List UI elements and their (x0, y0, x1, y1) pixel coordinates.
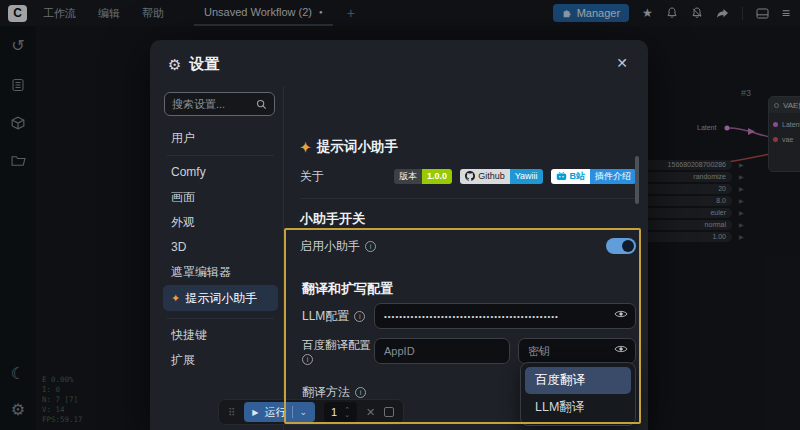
settings-nav-shortcuts[interactable]: 快捷键 (163, 323, 278, 348)
section-divider (300, 198, 636, 199)
settings-nav-comfy[interactable]: Comfy (163, 160, 278, 185)
search-icon (256, 99, 267, 110)
close-icon[interactable]: ✕ (616, 55, 628, 71)
info-icon[interactable]: i (354, 311, 365, 322)
method-label: 翻译方法 (302, 384, 350, 401)
nav-divider (167, 155, 274, 156)
app-window: #3 Latent 156680208700286 randomize 20 8… (0, 0, 800, 430)
clear-queue-icon[interactable]: ✕ (366, 406, 375, 419)
github-badge[interactable]: Github Yawiii (460, 169, 542, 184)
settings-nav-prompt-assistant[interactable]: ✦ 提示词小助手 (163, 285, 278, 311)
settings-nav-canvas[interactable]: 画面 (163, 185, 278, 210)
step-down-icon[interactable]: ⌄ (344, 412, 350, 417)
llm-config-label: LLM配置 (302, 308, 349, 325)
sparkle-icon: ✦ (300, 140, 311, 155)
settings-nav-mask-editor[interactable]: 遮罩编辑器 (163, 260, 278, 285)
drag-handle-icon[interactable]: ⠿ (228, 407, 235, 418)
settings-search[interactable] (164, 92, 275, 116)
bilibili-tv-icon (556, 171, 567, 181)
stop-icon[interactable] (384, 407, 394, 417)
bilibili-badge[interactable]: B站 插件介绍 (551, 169, 637, 184)
eye-icon[interactable] (614, 309, 628, 319)
settings-nav-extensions[interactable]: 扩展 (163, 348, 278, 373)
dialog-title: 设置 (189, 55, 219, 74)
baidu-config-label: 百度翻译配置 (302, 339, 371, 351)
config-section-title: 翻译和扩写配置 (302, 280, 393, 298)
sparkle-icon: ✦ (171, 285, 180, 311)
llm-config-input[interactable] (374, 303, 636, 329)
dropdown-option-llm[interactable]: LLM翻译 (525, 394, 631, 421)
settings-nav-appearance[interactable]: 外观 (163, 210, 278, 235)
search-input[interactable] (172, 98, 256, 110)
settings-gear-icon: ⚙ (168, 56, 181, 74)
info-icon[interactable]: i (355, 387, 366, 398)
enable-assistant-toggle[interactable] (606, 238, 636, 254)
info-icon[interactable]: i (302, 354, 313, 365)
settings-nav: 用户 Comfy 画面 外观 3D 遮罩编辑器 ✦ 提示词小助手 快捷键 扩展 (158, 86, 284, 430)
switch-section-title: 小助手开关 (300, 210, 365, 228)
nav-divider (167, 318, 274, 319)
chevron-down-icon[interactable]: ⌄ (299, 407, 307, 417)
github-icon (465, 171, 475, 181)
info-icon[interactable]: i (365, 241, 376, 252)
about-label: 关于 (300, 168, 324, 185)
batch-count-stepper[interactable]: 1 ⌃ ⌄ (324, 402, 357, 422)
eye-icon[interactable] (614, 344, 628, 354)
version-badge: 版本 1.0.0 (394, 169, 452, 184)
run-button[interactable]: ▶ 运行 ⌄ (244, 402, 315, 422)
run-toolbar: ⠿ ▶ 运行 ⌄ 1 ⌃ ⌄ ✕ (218, 399, 404, 425)
settings-nav-user[interactable]: 用户 (163, 126, 278, 151)
panel-title: 提示词小助手 (317, 138, 398, 156)
method-dropdown-menu: 百度翻译 LLM翻译 (520, 362, 636, 426)
settings-nav-3d[interactable]: 3D (163, 235, 278, 260)
baidu-appid-input[interactable] (374, 338, 510, 364)
scrollbar-thumb[interactable] (635, 156, 639, 204)
enable-label: 启用小助手 (300, 238, 360, 255)
play-icon: ▶ (252, 408, 258, 417)
dropdown-option-baidu[interactable]: 百度翻译 (525, 367, 631, 394)
